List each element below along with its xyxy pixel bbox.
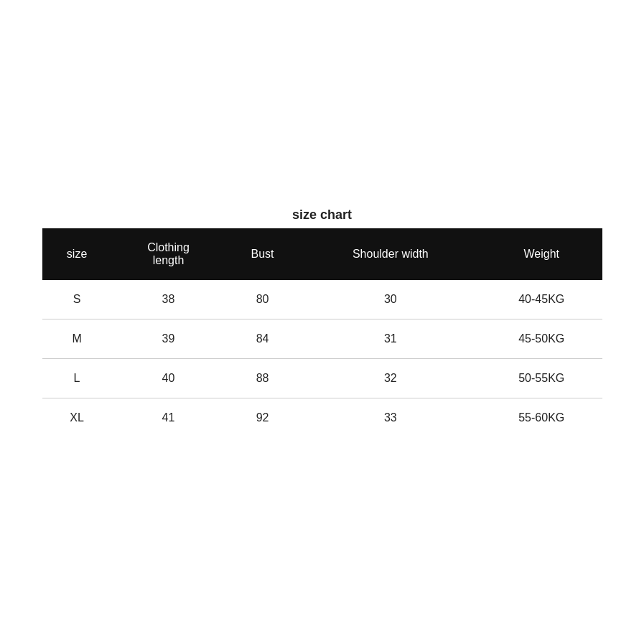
cell-shoulder_width: 33 bbox=[300, 398, 481, 437]
chart-title: size chart bbox=[42, 207, 602, 223]
cell-clothing_length: 41 bbox=[112, 398, 225, 437]
cell-bust: 80 bbox=[225, 280, 299, 319]
size-table: size Clothinglength Bust Shoulder width … bbox=[42, 228, 602, 437]
size-chart-container: size chart size Clothinglength Bust Shou… bbox=[42, 207, 602, 437]
cell-bust: 84 bbox=[225, 319, 299, 358]
table-row: L40883250-55KG bbox=[42, 358, 602, 398]
cell-size: XL bbox=[42, 398, 112, 437]
col-shoulder-width: Shoulder width bbox=[300, 228, 481, 280]
cell-size: M bbox=[42, 319, 112, 358]
cell-clothing_length: 39 bbox=[112, 319, 225, 358]
cell-weight: 40-45KG bbox=[481, 280, 602, 319]
table-header-row: size Clothinglength Bust Shoulder width … bbox=[42, 228, 602, 280]
col-bust: Bust bbox=[225, 228, 299, 280]
table-row: M39843145-50KG bbox=[42, 319, 602, 358]
table-row: XL41923355-60KG bbox=[42, 398, 602, 437]
cell-shoulder_width: 31 bbox=[300, 319, 481, 358]
cell-size: L bbox=[42, 358, 112, 398]
cell-weight: 55-60KG bbox=[481, 398, 602, 437]
cell-weight: 50-55KG bbox=[481, 358, 602, 398]
table-row: S38803040-45KG bbox=[42, 280, 602, 319]
cell-bust: 92 bbox=[225, 398, 299, 437]
cell-clothing_length: 40 bbox=[112, 358, 225, 398]
cell-shoulder_width: 32 bbox=[300, 358, 481, 398]
cell-clothing_length: 38 bbox=[112, 280, 225, 319]
col-weight: Weight bbox=[481, 228, 602, 280]
cell-bust: 88 bbox=[225, 358, 299, 398]
cell-size: S bbox=[42, 280, 112, 319]
cell-weight: 45-50KG bbox=[481, 319, 602, 358]
cell-shoulder_width: 30 bbox=[300, 280, 481, 319]
col-size: size bbox=[42, 228, 112, 280]
col-clothing-length: Clothinglength bbox=[112, 228, 225, 280]
